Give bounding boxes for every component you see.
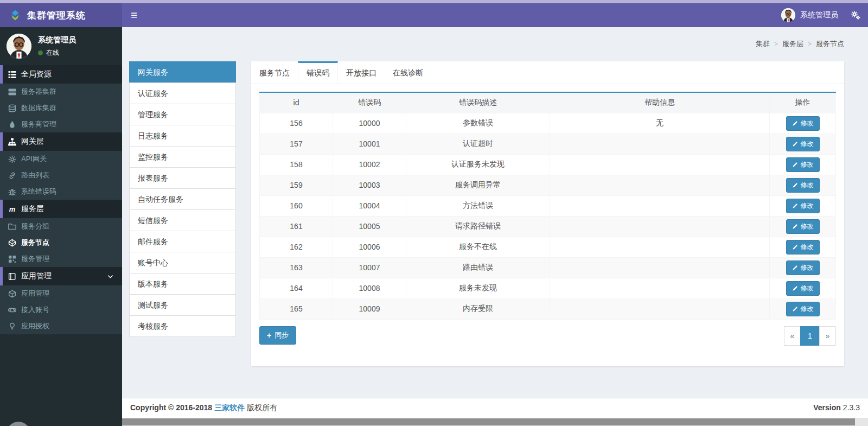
sidebar-item-service-nodes[interactable]: 服务节点	[0, 234, 122, 251]
gears-icon	[851, 11, 860, 20]
sync-button[interactable]: + 同步	[259, 326, 296, 345]
cell-help	[550, 133, 770, 154]
sidebar-item-service-groups[interactable]: 服务分组	[0, 218, 122, 234]
sidebar-section-app-management[interactable]: 应用管理	[0, 267, 122, 285]
navbar-user-menu[interactable]: 系统管理员	[781, 3, 844, 27]
service-list-item[interactable]: 管理服务	[129, 104, 236, 125]
hamburger-icon: ≡	[131, 9, 137, 22]
edit-button[interactable]: 修改	[786, 281, 820, 296]
sidebar-item-provider-management[interactable]: 服务商管理	[0, 116, 122, 132]
service-list-item[interactable]: 监控服务	[129, 146, 236, 168]
th-list-icon	[8, 71, 16, 79]
app-logo[interactable]: 集群管理系统	[0, 3, 122, 27]
pagination-prev[interactable]: «	[784, 326, 801, 346]
breadcrumb-item-cluster[interactable]: 集群	[756, 39, 770, 49]
service-list-item[interactable]: 网关服务	[129, 61, 236, 83]
breadcrumb-item-service-layer[interactable]: 服务层	[782, 39, 803, 49]
edit-button[interactable]: 修改	[786, 240, 820, 255]
sidebar-item-database-cluster[interactable]: 数据库集群	[0, 100, 122, 116]
scrollbar-thumb[interactable]	[122, 418, 855, 425]
tab[interactable]: 服务节点	[251, 61, 298, 83]
cell-actions: 修改	[770, 216, 836, 237]
service-list-item[interactable]: 报表服务	[129, 167, 236, 189]
service-list-item[interactable]: 账号中心	[129, 252, 236, 274]
content-panel: 服务节点 错误码 开放接口 在线诊断 id 错误码	[251, 61, 844, 366]
cell-desc: 服务未发现	[406, 278, 550, 298]
cell-actions: 修改	[770, 175, 836, 195]
table-row: 159 10003 服务调用异常	[260, 175, 836, 195]
cell-actions: 修改	[770, 257, 836, 278]
service-list-item[interactable]: 考核服务	[129, 315, 236, 337]
section-label: 服务层	[21, 204, 44, 214]
table-row: 157 10001 认证超时	[260, 133, 836, 154]
sidebar-item-app-authorization[interactable]: 应用授权	[0, 318, 122, 334]
app-footer: Copyright © 2016-2018三家软件版权所有 Version2.3…	[122, 398, 868, 418]
column-header-help: 帮助信息	[550, 92, 770, 113]
sidebar-section-service-layer[interactable]: m 服务层	[0, 200, 122, 218]
service-list-item[interactable]: 邮件服务	[129, 231, 236, 252]
sidebar-section-global-resources[interactable]: 全局资源	[0, 65, 122, 84]
sidebar-item-app-management[interactable]: 应用管理	[0, 285, 122, 302]
sidebar-section-gateway-layer[interactable]: 网关层	[0, 132, 122, 151]
cell-code: 10004	[333, 195, 406, 216]
breadcrumb: 集群 > 服务层 > 服务节点	[756, 39, 844, 49]
lightbulb-icon	[8, 322, 16, 330]
settings-menu-button[interactable]	[844, 3, 868, 27]
breadcrumb-item-service-nodes[interactable]: 服务节点	[816, 39, 844, 49]
edit-button[interactable]: 修改	[786, 219, 820, 234]
edit-button-label: 修改	[801, 160, 814, 169]
table-row: 162 10006 服务不在线	[260, 237, 836, 257]
cell-help	[550, 257, 770, 278]
service-list-item[interactable]: 版本服务	[129, 273, 236, 295]
sidebar-user-name: 系统管理员	[38, 35, 76, 45]
content-header: 集群 > 服务层 > 服务节点	[122, 27, 868, 61]
cell-id: 158	[260, 154, 333, 175]
navbar-spacer	[146, 3, 781, 27]
edit-button[interactable]: 修改	[786, 302, 820, 316]
service-list-item[interactable]: 日志服务	[129, 125, 236, 147]
sidebar-item-label: 应用管理	[21, 289, 49, 298]
service-list-item[interactable]: 自动任务服务	[129, 188, 236, 210]
footer-company-link[interactable]: 三家软件	[214, 403, 245, 412]
edit-button[interactable]: 修改	[786, 199, 820, 213]
plus-icon: +	[267, 332, 271, 339]
sidebar-item-system-error-codes[interactable]: 系统错误码	[0, 183, 122, 200]
edit-button-label: 修改	[801, 119, 814, 128]
sidebar-item-api-gateway[interactable]: API网关	[0, 151, 122, 167]
sitemap-icon	[8, 138, 16, 146]
cell-desc: 方法错误	[406, 195, 550, 216]
pagination-next[interactable]: »	[819, 326, 836, 346]
sidebar-toggle-button[interactable]: ≡	[122, 3, 146, 27]
service-list-item[interactable]: 短信服务	[129, 209, 236, 231]
sidebar-item-access-accounts[interactable]: 接入账号	[0, 302, 122, 318]
cell-desc: 认证超时	[406, 133, 550, 154]
pencil-icon	[792, 182, 798, 188]
cell-code: 10003	[333, 175, 406, 195]
sidebar-item-route-list[interactable]: 路由列表	[0, 167, 122, 183]
edit-button[interactable]: 修改	[786, 260, 820, 275]
corner-fab-button[interactable]	[7, 422, 30, 426]
edit-button-label: 修改	[801, 304, 814, 314]
pencil-icon	[792, 162, 798, 168]
cell-desc: 请求路径错误	[406, 216, 550, 237]
tab[interactable]: 在线诊断	[385, 61, 431, 83]
sidebar-item-label: API网关	[21, 154, 47, 164]
pencil-icon	[792, 244, 798, 250]
footer-version: Version2.3.3	[813, 403, 860, 414]
maxcdn-icon: m	[8, 205, 16, 213]
sidebar-item-server-cluster[interactable]: 服务器集群	[0, 84, 122, 100]
service-list-item[interactable]: 认证服务	[129, 82, 236, 104]
edit-button[interactable]: 修改	[786, 178, 820, 193]
tab[interactable]: 开放接口	[338, 61, 385, 83]
service-list-item[interactable]: 测试服务	[129, 294, 236, 316]
tab[interactable]: 错误码	[298, 61, 338, 83]
cell-actions: 修改	[770, 278, 836, 298]
cell-id: 160	[260, 195, 333, 216]
edit-button[interactable]: 修改	[786, 157, 820, 172]
edit-button[interactable]: 修改	[786, 137, 820, 151]
horizontal-scrollbar[interactable]	[122, 418, 868, 426]
sidebar-item-label: 服务节点	[21, 238, 49, 247]
sidebar-item-service-management[interactable]: 服务管理	[0, 251, 122, 267]
pagination-page-1[interactable]: 1	[800, 326, 820, 346]
edit-button[interactable]: 修改	[786, 116, 820, 131]
